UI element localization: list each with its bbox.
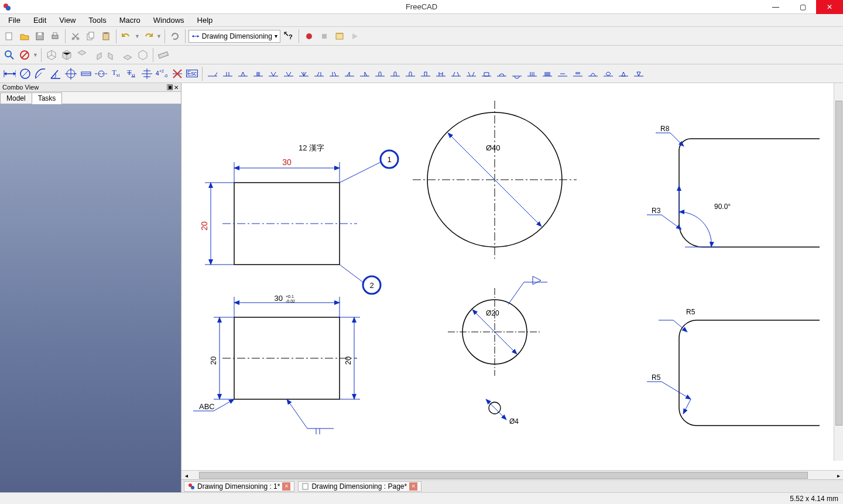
weld-icon-16[interactable] bbox=[434, 67, 448, 81]
weld-icon-14[interactable] bbox=[403, 67, 417, 81]
weld-icon-19[interactable] bbox=[479, 67, 494, 81]
dropdown-arrow-icon[interactable]: ▼ bbox=[156, 33, 162, 39]
scroll-thumb[interactable] bbox=[199, 472, 808, 479]
menu-macro[interactable]: Macro bbox=[114, 15, 146, 26]
tolerance-icon[interactable] bbox=[139, 67, 153, 81]
rear-view-icon[interactable] bbox=[105, 48, 119, 62]
linear-dim-icon[interactable] bbox=[2, 67, 16, 81]
left-view-icon[interactable] bbox=[136, 48, 150, 62]
radius-dim-icon[interactable] bbox=[33, 67, 47, 81]
record-macro-icon[interactable] bbox=[302, 29, 316, 43]
scroll-right-icon[interactable]: ▸ bbox=[834, 471, 843, 480]
weld-icon-29[interactable] bbox=[632, 67, 646, 81]
menu-view[interactable]: View bbox=[53, 15, 81, 26]
weld-icon-23[interactable] bbox=[540, 67, 554, 81]
right-view-icon[interactable] bbox=[90, 48, 104, 62]
iso-view-icon[interactable] bbox=[44, 48, 59, 62]
weld-icon-11[interactable] bbox=[358, 67, 372, 81]
close-button[interactable]: ✕ bbox=[816, 0, 843, 14]
weld-icon-1[interactable] bbox=[205, 67, 220, 81]
undo-icon[interactable] bbox=[119, 29, 133, 43]
tolerance-text-icon[interactable]: 4+2-0 bbox=[155, 67, 169, 81]
tab-close-icon[interactable]: × bbox=[282, 482, 290, 491]
menu-file[interactable]: File bbox=[2, 15, 26, 26]
half-dim-icon[interactable] bbox=[78, 67, 92, 81]
tab-close-icon[interactable]: × bbox=[409, 482, 417, 491]
weld-icon-3[interactable] bbox=[236, 67, 250, 81]
weld-icon-8[interactable] bbox=[312, 67, 326, 81]
angle-dim-icon[interactable] bbox=[48, 67, 62, 81]
weld-icon-2[interactable] bbox=[221, 67, 235, 81]
menu-help[interactable]: Help bbox=[191, 15, 219, 26]
scroll-left-icon[interactable]: ◂ bbox=[181, 471, 191, 480]
center-line-icon[interactable] bbox=[94, 67, 108, 81]
tab-tasks[interactable]: Tasks bbox=[32, 92, 63, 104]
stop-macro-icon[interactable] bbox=[317, 29, 331, 43]
bottom-view-icon[interactable] bbox=[121, 48, 135, 62]
run-macro-icon[interactable] bbox=[348, 29, 362, 43]
weld-icon-27[interactable] bbox=[601, 67, 615, 81]
center-mark-icon[interactable] bbox=[63, 67, 77, 81]
fit-all-icon[interactable] bbox=[2, 48, 16, 62]
new-icon[interactable] bbox=[2, 29, 16, 43]
maximize-button[interactable]: ▢ bbox=[789, 0, 816, 14]
open-icon[interactable] bbox=[18, 29, 32, 43]
escape-icon[interactable]: Esc bbox=[185, 67, 199, 81]
weld-icon-4[interactable] bbox=[251, 67, 265, 81]
panel-close-icon[interactable]: ✕ bbox=[174, 84, 179, 91]
horizontal-scrollbar[interactable]: ◂ ▸ bbox=[181, 470, 843, 479]
menu-tools[interactable]: Tools bbox=[83, 15, 112, 26]
weld-icon-26[interactable] bbox=[586, 67, 600, 81]
note-text-icon[interactable]: Txt bbox=[109, 67, 123, 81]
save-icon[interactable] bbox=[33, 29, 47, 43]
weld-icon-28[interactable] bbox=[616, 67, 630, 81]
weld-icon-24[interactable] bbox=[556, 67, 570, 81]
fig-circle-4: Ø4 bbox=[486, 399, 519, 426]
weld-icon-25[interactable] bbox=[571, 67, 585, 81]
svg-line-93 bbox=[683, 399, 691, 414]
cut-icon[interactable] bbox=[68, 29, 83, 43]
scroll-thumb[interactable] bbox=[835, 101, 842, 426]
weld-icon-7[interactable] bbox=[297, 67, 311, 81]
doc-tab-1[interactable]: Drawing Dimensioning : 1* × bbox=[184, 481, 294, 492]
macros-icon[interactable] bbox=[333, 29, 347, 43]
drawing-canvas[interactable]: 30 20 12 漢字 1 2 bbox=[181, 83, 843, 470]
weld-icon-10[interactable] bbox=[342, 67, 357, 81]
minimize-button[interactable]: — bbox=[762, 0, 789, 14]
front-view-icon[interactable] bbox=[60, 48, 74, 62]
dropdown-arrow-icon[interactable]: ▼ bbox=[135, 33, 140, 39]
weld-icon-18[interactable] bbox=[464, 67, 478, 81]
weld-icon-17[interactable] bbox=[449, 67, 463, 81]
circle-dim-icon[interactable] bbox=[18, 67, 32, 81]
svg-line-68 bbox=[287, 399, 307, 428]
weld-icon-13[interactable] bbox=[388, 67, 402, 81]
weld-icon-9[interactable] bbox=[327, 67, 341, 81]
top-view-icon[interactable] bbox=[75, 48, 89, 62]
weld-icon-5[interactable] bbox=[266, 67, 280, 81]
copy-icon[interactable] bbox=[84, 29, 98, 43]
print-icon[interactable] bbox=[48, 29, 62, 43]
weld-icon-20[interactable] bbox=[495, 67, 509, 81]
weld-icon-22[interactable] bbox=[525, 67, 539, 81]
weld-icon-15[interactable] bbox=[419, 67, 433, 81]
weld-icon-6[interactable] bbox=[282, 67, 296, 81]
dropdown-arrow-icon[interactable]: ▼ bbox=[33, 52, 38, 58]
text-add-icon[interactable]: Txt bbox=[124, 67, 138, 81]
redo-icon[interactable] bbox=[141, 29, 155, 43]
panel-float-icon[interactable]: ▣ bbox=[167, 84, 173, 90]
refresh-icon[interactable] bbox=[168, 29, 182, 43]
vertical-scrollbar[interactable] bbox=[834, 83, 843, 461]
menu-windows[interactable]: Windows bbox=[148, 15, 190, 26]
paste-icon[interactable] bbox=[99, 29, 113, 43]
weld-icon-21[interactable] bbox=[510, 67, 524, 81]
measure-icon[interactable] bbox=[156, 48, 170, 62]
dim-30tol-lower: -0.02 bbox=[286, 299, 295, 303]
delete-dim-icon[interactable] bbox=[170, 67, 184, 81]
draw-style-icon[interactable] bbox=[18, 48, 32, 62]
workbench-selector[interactable]: Drawing Dimensioning ▾ bbox=[189, 30, 280, 43]
doc-tab-2[interactable]: Drawing Dimensioning : Page* × bbox=[298, 481, 422, 492]
weld-icon-12[interactable] bbox=[373, 67, 387, 81]
menu-edit[interactable]: Edit bbox=[28, 15, 52, 26]
tab-model[interactable]: Model bbox=[0, 92, 32, 104]
whats-this-icon[interactable]: ? bbox=[282, 29, 296, 43]
